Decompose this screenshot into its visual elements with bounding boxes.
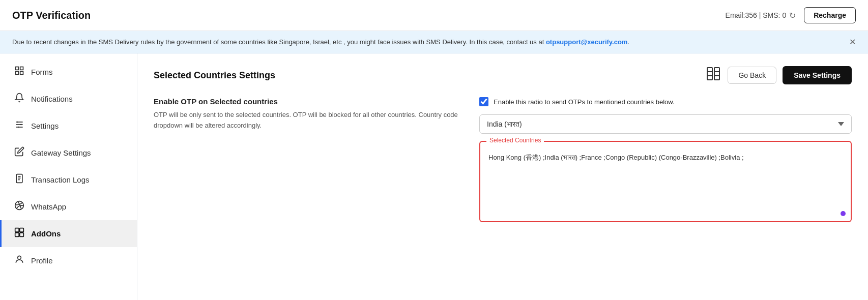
main-layout: Forms Notifications Settings Gateway Set… bbox=[0, 53, 868, 300]
svg-rect-15 bbox=[15, 228, 19, 232]
svg-point-7 bbox=[17, 122, 18, 123]
sidebar-item-addons[interactable]: AddOns bbox=[0, 220, 137, 247]
sidebar-label-forms: Forms bbox=[31, 68, 53, 76]
alert-close-icon[interactable]: ✕ bbox=[849, 37, 856, 47]
recharge-button[interactable]: Recharge bbox=[804, 7, 856, 23]
profile-icon bbox=[14, 254, 25, 267]
alert-banner: Due to recent changes in the SMS Deliver… bbox=[0, 31, 868, 53]
sidebar-item-transaction-logs[interactable]: Transaction Logs bbox=[0, 166, 137, 193]
enable-radio-row: Enable this radio to send OTPs to mentio… bbox=[479, 97, 852, 106]
sidebar-label-addons: AddOns bbox=[31, 229, 61, 238]
sidebar-label-transaction-logs: Transaction Logs bbox=[31, 175, 90, 184]
content-right: Enable this radio to send OTPs to mentio… bbox=[479, 97, 852, 222]
svg-point-9 bbox=[18, 127, 19, 128]
book-icon bbox=[705, 66, 721, 85]
whatsapp-icon bbox=[14, 200, 25, 213]
svg-rect-17 bbox=[15, 233, 19, 237]
addons-icon bbox=[14, 227, 25, 240]
selected-countries-label: Selected Countries bbox=[486, 137, 544, 144]
transaction-logs-icon bbox=[14, 173, 25, 186]
enable-otp-heading: Enable OTP on Selected countries bbox=[154, 97, 459, 106]
sidebar-label-profile: Profile bbox=[31, 256, 53, 265]
enable-otp-checkbox[interactable] bbox=[479, 97, 488, 106]
section-title: Selected Countries Settings bbox=[154, 70, 275, 81]
credits-display: Email:356 | SMS: 0 ↻ bbox=[726, 11, 796, 20]
header-right: Email:356 | SMS: 0 ↻ Recharge bbox=[726, 7, 856, 23]
content-left: Enable OTP on Selected countries OTP wil… bbox=[154, 97, 459, 222]
go-back-button[interactable]: Go Back bbox=[728, 67, 776, 84]
sidebar-label-notifications: Notifications bbox=[31, 95, 73, 103]
sidebar-item-whatsapp[interactable]: WhatsApp bbox=[0, 193, 137, 220]
section-header: Selected Countries Settings Go Back Save… bbox=[154, 66, 852, 85]
sidebar-item-gateway-settings[interactable]: Gateway Settings bbox=[0, 139, 137, 166]
country-dropdown[interactable]: India (भारत) bbox=[479, 114, 852, 134]
support-email-link[interactable]: otpsupport@xecurify.com bbox=[546, 38, 628, 46]
sidebar-item-profile[interactable]: Profile bbox=[0, 247, 137, 274]
main-content: Selected Countries Settings Go Back Save… bbox=[137, 53, 868, 300]
sidebar-item-forms[interactable]: Forms bbox=[0, 58, 137, 85]
alert-text: Due to recent changes in the SMS Deliver… bbox=[12, 38, 629, 46]
forms-icon bbox=[14, 66, 25, 78]
sidebar-item-settings[interactable]: Settings bbox=[0, 112, 137, 139]
gateway-settings-icon bbox=[14, 146, 25, 159]
svg-rect-16 bbox=[20, 228, 24, 232]
app-header: OTP Verification Email:356 | SMS: 0 ↻ Re… bbox=[0, 0, 868, 31]
svg-point-19 bbox=[18, 256, 21, 259]
svg-rect-0 bbox=[16, 67, 19, 70]
svg-rect-20 bbox=[707, 68, 712, 80]
svg-rect-2 bbox=[16, 72, 19, 75]
settings-icon bbox=[14, 119, 25, 132]
svg-rect-18 bbox=[20, 233, 24, 237]
sidebar-label-gateway-settings: Gateway Settings bbox=[31, 148, 91, 157]
enable-otp-description: OTP will be only sent to the selected co… bbox=[154, 110, 459, 131]
enable-radio-label: Enable this radio to send OTPs to mentio… bbox=[494, 98, 675, 106]
selected-countries-text: Hong Kong (香港) ;India (भारत) ;France ;Co… bbox=[480, 142, 851, 171]
purple-dot-indicator bbox=[841, 211, 846, 216]
save-settings-button[interactable]: Save Settings bbox=[783, 66, 852, 84]
selected-countries-box: Selected Countries Hong Kong (香港) ;India… bbox=[479, 141, 852, 222]
svg-rect-1 bbox=[20, 67, 23, 70]
sidebar-label-settings: Settings bbox=[31, 122, 59, 130]
app-title: OTP Verification bbox=[12, 10, 91, 21]
svg-rect-3 bbox=[20, 72, 23, 75]
sidebar-item-notifications[interactable]: Notifications bbox=[0, 85, 137, 112]
sidebar: Forms Notifications Settings Gateway Set… bbox=[0, 53, 137, 300]
svg-point-8 bbox=[20, 124, 22, 126]
notifications-icon bbox=[14, 93, 25, 105]
sidebar-label-whatsapp: WhatsApp bbox=[31, 202, 66, 211]
svg-rect-21 bbox=[714, 68, 719, 80]
refresh-icon[interactable]: ↻ bbox=[789, 11, 796, 20]
section-actions: Go Back Save Settings bbox=[705, 66, 852, 85]
content-area: Enable OTP on Selected countries OTP wil… bbox=[154, 97, 852, 222]
